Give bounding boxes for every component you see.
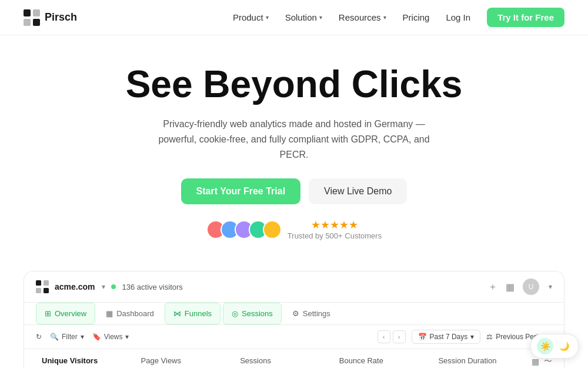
chevron-down-icon: ▾ [470,333,474,341]
dashboard-header: acme.com ▾ 136 active visitors ＋ ▦ U ▾ [24,271,564,303]
active-indicator [111,284,116,289]
dashboard-tabs: ⊞ Overview ▦ Dashboard ⋈ Funnels ◎ Sessi… [24,303,564,325]
nav-product[interactable]: Product ▾ [233,12,269,22]
dark-mode-button[interactable]: 🌙 [556,338,572,354]
stat-sessions[interactable]: Sessions [234,349,333,368]
nav-links: Product ▾ Solution ▾ Resources ▾ Pricing… [233,8,564,27]
funnels-icon: ⋈ [173,309,181,318]
settings-icon: ⚙ [292,309,299,318]
dashboard-site-name[interactable]: acme.com [55,282,95,291]
hero-buttons: Start Your Free Trial View Live Demo [12,178,576,204]
stats-tabs-row: Unique Visitors Page Views Sessions Boun… [24,349,564,368]
svg-rect-7 [44,288,49,293]
refresh-icon: ↻ [36,333,42,341]
moon-icon: 🌙 [559,342,569,351]
date-range-button[interactable]: 📅 Past 7 Days ▾ [412,330,481,344]
tab-dashboard[interactable]: ▦ Dashboard [98,303,162,324]
bookmark-icon: 🔖 [92,333,101,341]
avatar [263,220,282,239]
period-nav: ‹ › [377,330,406,343]
stat-page-views[interactable]: Page Views [135,349,235,368]
hero-title: See Beyond Clicks [12,64,576,105]
active-visitors-count: 136 active visitors [122,283,182,291]
logo[interactable]: Pirsch [24,9,77,26]
views-button[interactable]: 🔖 Views ▾ [92,333,129,341]
chevron-down-icon: ▾ [319,14,322,21]
dashboard-icon: ▦ [106,309,113,318]
toolbar-left: ↻ 🔍 Filter ▾ 🔖 Views ▾ [36,333,129,341]
stat-bounce-rate[interactable]: Bounce Rate [333,349,433,368]
nav-solution[interactable]: Solution ▾ [285,12,322,22]
svg-rect-5 [44,280,49,286]
add-icon[interactable]: ＋ [488,281,497,293]
hero-subtitle: Privacy-friendly web analytics made and … [147,117,441,162]
light-mode-button[interactable]: ☀️ [537,338,553,354]
tab-settings[interactable]: ⚙ Settings [284,303,339,324]
social-proof: ★★★★★ Trusted by 500+ Customers [12,218,576,240]
trust-label: Trusted by 500+ Customers [288,231,382,240]
star-rating: ★★★★★ [288,218,382,231]
calendar-icon: 📅 [418,333,427,341]
pirsch-logo-icon [24,9,40,26]
chevron-down-icon: ▾ [383,14,386,21]
chevron-down-icon: ▾ [266,14,269,21]
filter-button[interactable]: 🔍 Filter ▾ [50,333,84,341]
nav-pricing[interactable]: Pricing [403,12,430,22]
sun-icon: ☀️ [540,342,550,351]
site-dropdown-icon[interactable]: ▾ [102,283,105,291]
stat-session-duration[interactable]: Session Duration [432,349,532,368]
svg-rect-3 [33,19,40,26]
dashboard-toolbar: ↻ 🔍 Filter ▾ 🔖 Views ▾ ‹ › 📅 Past 7 Days… [24,325,564,349]
svg-rect-0 [24,9,31,16]
hero-section: See Beyond Clicks Privacy-friendly web a… [0,35,588,271]
stat-unique-visitors[interactable]: Unique Visitors [36,349,135,368]
tab-overview[interactable]: ⊞ Overview [36,303,95,324]
svg-rect-2 [24,19,31,26]
search-icon: 🔍 [50,333,59,341]
refresh-button[interactable]: ↻ [36,333,42,341]
bar-chart-icon[interactable]: ▦ [532,357,539,366]
dashboard-logo-area: acme.com ▾ 136 active visitors [36,280,183,293]
user-dropdown-icon[interactable]: ▾ [549,283,552,291]
next-period-button[interactable]: › [393,330,406,343]
try-free-button[interactable]: Try It for Free [487,8,564,27]
sessions-icon: ◎ [232,309,238,318]
overview-icon: ⊞ [45,309,51,318]
tab-funnels[interactable]: ⋈ Funnels [165,303,220,324]
tab-sessions[interactable]: ◎ Sessions [223,303,282,324]
nav-resources[interactable]: Resources ▾ [339,12,386,22]
login-button[interactable]: Log In [446,12,470,22]
theme-toggle: ☀️ 🌙 [530,334,579,359]
chart-icon[interactable]: ▦ [506,281,514,293]
navbar: Pirsch Product ▾ Solution ▾ Resources ▾ … [0,0,588,35]
prev-period-button[interactable]: ‹ [377,330,390,343]
svg-rect-1 [33,9,40,16]
svg-rect-4 [36,280,41,286]
dashboard-preview: acme.com ▾ 136 active visitors ＋ ▦ U ▾ ⊞… [24,271,564,368]
start-trial-button[interactable]: Start Your Free Trial [181,178,300,204]
compare-icon: ⚖ [486,333,493,341]
chevron-down-icon: ▾ [125,333,129,341]
avatar-group [206,220,282,239]
dashboard-logo-icon [36,280,49,293]
view-demo-button[interactable]: View Live Demo [309,178,407,204]
svg-rect-6 [36,288,41,293]
dashboard-header-right: ＋ ▦ U ▾ [488,279,552,295]
user-avatar[interactable]: U [523,279,539,295]
toolbar-right: ‹ › 📅 Past 7 Days ▾ ⚖ Previous Period ▾ [377,330,552,344]
chevron-down-icon: ▾ [81,333,84,341]
